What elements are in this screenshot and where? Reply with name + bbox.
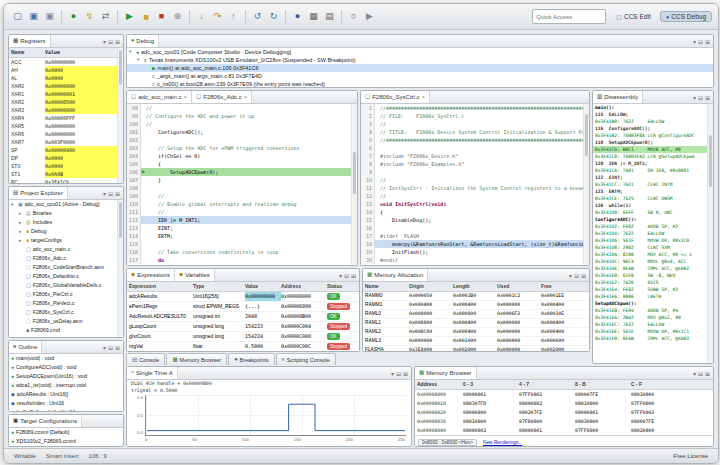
memory-row[interactable]: 0x00008020 08000800 080207FE 08000801 07…: [415, 408, 713, 417]
tab-graph[interactable]: ≈ Single Time A: [127, 367, 178, 379]
terminate-button[interactable]: ■: [154, 9, 169, 24]
view-menu-button[interactable]: ▾: [693, 38, 696, 45]
memory-section-row[interactable]: RAML0 0x008000 0x000800 0x0006F2 0x00010…: [363, 310, 589, 319]
step-return-button[interactable]: ↑: [226, 9, 241, 24]
code-line[interactable]: 115: [127, 240, 357, 248]
disassembly-line[interactable]: 116 ConfigureADC();: [593, 125, 713, 132]
register-row[interactable]: ACC 0x00000000: [9, 58, 123, 66]
tree-twisty-icon[interactable]: ▾: [129, 48, 134, 56]
register-row[interactable]: XAR6 0x00000000: [9, 130, 123, 138]
code-line[interactable]: 110 // Enable global interrupts and real…: [127, 200, 357, 208]
maximize-button[interactable]: ⊞: [705, 370, 710, 377]
code-line[interactable]: 8 #include "F2806x_Examples.h": [361, 160, 589, 168]
project-tree-item[interactable]: ▢ F2806x_Adc.c: [9, 254, 123, 263]
disassembly-line[interactable]: 0x3F41CE: 7625 CLRC DBGM: [593, 195, 713, 202]
disassembly-line[interactable]: 0x3F41C6: B0C1 MOVB ACC, #0: [593, 146, 713, 153]
disassembly-line[interactable]: 0x3F41D6: 561F MOVW DP, #0x1C0: [593, 237, 713, 244]
tree-twisty-icon[interactable]: ▾: [137, 56, 142, 64]
tab-target-configurations[interactable]: ▣ Target Configurations: [9, 415, 82, 427]
maximize-button[interactable]: ⊞: [115, 38, 120, 45]
code-line[interactable]: 12 //: [361, 192, 589, 200]
view-menu-button[interactable]: ▾: [693, 94, 696, 101]
memory-section-row[interactable]: RAML2 0x008C00 0x000400 0x000000 0x00040…: [363, 328, 589, 337]
resume-button[interactable]: ▶: [122, 9, 137, 24]
code-line[interactable]: 3 //: [361, 120, 589, 128]
rendering-tab[interactable]: 0x8000 : 0x8000 <Hex>: [418, 439, 477, 446]
disassembly-line[interactable]: 0x3F41E4: FE82 SUBB SP, #2: [593, 286, 713, 293]
debug-button[interactable]: ●: [66, 9, 81, 24]
memory-view-button[interactable]: ▤: [322, 9, 337, 24]
outline-item[interactable]: ● ConfigureADC(void) : void: [9, 363, 123, 372]
disassembly-line[interactable]: 0x3F41DE: 0FAB CMPL ACC, @XAR2: [593, 265, 713, 272]
disassembly-line[interactable]: 0x3F41D4: 7622 EALLOW: [593, 230, 713, 237]
code-line[interactable]: 107 }: [127, 176, 357, 184]
project-tree-item[interactable]: ▸ ■ Debug: [9, 227, 123, 236]
code-line[interactable]: 18 memcpy(&RamfuncsRunStart, &RamfuncsLo…: [361, 240, 589, 248]
target-config-item[interactable]: ● XDS100v2_F28069.ccxml: [9, 437, 123, 446]
new-file-button[interactable]: ▢: [10, 9, 25, 24]
project-tree-item[interactable]: ▢ F2806x_SysCtrl.c: [9, 308, 123, 317]
maximize-button[interactable]: ⊞: [581, 272, 586, 279]
code-line[interactable]: 105 {: [127, 160, 357, 168]
view-tab[interactable]: ▤ Console: [126, 353, 165, 365]
view-menu-button[interactable]: ▾: [339, 272, 342, 279]
register-row[interactable]: AL 0x0000: [9, 74, 123, 82]
project-tree-item[interactable]: ▢ adc_soc_main.c: [9, 245, 123, 254]
code-line[interactable]: 108: [127, 184, 357, 192]
tab-memory-browser[interactable]: ▦ Memory Browser: [415, 367, 477, 379]
view-menu-button[interactable]: ▾: [103, 190, 106, 197]
disassembly-line[interactable]: 0x3F41F0: 0FAB CMPL ACC, @XAR3: [593, 335, 713, 342]
registers-view-button[interactable]: ▦: [306, 9, 321, 24]
editor-tab[interactable]: ▢ F2806x_SysCtrl.c ×: [361, 91, 430, 103]
disassembly-line[interactable]: 115 EALLOW;: [593, 111, 713, 118]
scrollbar[interactable]: [117, 48, 123, 183]
memory-row[interactable]: 0x00008010 080307FD 08000802 08010800 07…: [415, 399, 713, 408]
view-tab[interactable]: ◆ Expressions: [127, 269, 175, 281]
disconnect-button[interactable]: ⊗: [170, 9, 185, 24]
tab-outline[interactable]: ≡ Outline: [9, 341, 42, 353]
code-line[interactable]: 100 //: [127, 120, 357, 128]
register-row[interactable]: DP 0x0000: [9, 154, 123, 162]
disassembly-line[interactable]: SetupADCEpwm():: [593, 300, 713, 307]
code-line[interactable]: 4 // TITLE: F2806x Device System Control…: [361, 128, 589, 136]
view-menu-button[interactable]: ▾: [103, 38, 106, 45]
outline-item[interactable]: ● SetupADCEpwm(Uint16) : void: [9, 372, 123, 381]
close-icon[interactable]: ×: [422, 94, 426, 100]
expression-row[interactable]: gLoopCount unsigned long 154223 0x0000C0…: [127, 322, 359, 332]
disassembly-line[interactable]: 0x3F41C8: 76003FA2 LCR @SetupADCEpwm: [593, 153, 713, 160]
project-tree-item[interactable]: ▸ ▥ Includes: [9, 218, 123, 227]
disassembly-line[interactable]: 123 ERTM;: [593, 188, 713, 195]
memory-section-row[interactable]: FLASHA 0x3E8000 0x002000 0x000000 0x0020…: [363, 346, 589, 351]
debug-tree-row[interactable]: ▶ main() at adc_soc_main.c:106 0x3F41C6: [127, 64, 713, 72]
connect-target-button[interactable]: ⇄: [98, 9, 113, 24]
code-line[interactable]: 109 //: [127, 192, 357, 200]
memory-section-row[interactable]: RAMM0 0x000050 0x0003B0 0x0001C2 0x0001E…: [363, 292, 589, 301]
maximize-button[interactable]: ⊞: [115, 344, 120, 351]
disassembly-line[interactable]: 120 IER |= M_INT1;: [593, 160, 713, 167]
minimize-button[interactable]: ⊟: [396, 370, 401, 377]
code-line[interactable]: 104 if(ChSel == 0): [127, 152, 357, 160]
code-line[interactable]: 106 ▶ SetupADCEpwm(0);: [127, 168, 357, 176]
editor-right-body[interactable]: 1 //####################################…: [361, 104, 589, 265]
project-tree-item[interactable]: ▾ ▣ adc_soc_cpu01 [Active - Debug]: [9, 200, 123, 209]
memory-row[interactable]: 0x00008000 08000801 07FF0802 080007FE 08…: [415, 390, 713, 399]
suspend-button[interactable]: ▮▮: [138, 9, 153, 24]
code-line[interactable]: 13 void InitSysCtrl(void): [361, 200, 589, 208]
outline-item[interactable]: ● adca1_isr(void) : interrupt void: [9, 381, 123, 390]
code-line[interactable]: 5 //####################################…: [361, 136, 589, 144]
disassembly-body[interactable]: main(): 115 EALLOW; 0x3F41B0: 7622 EALLO…: [593, 104, 713, 363]
view-menu-button[interactable]: ▾: [103, 344, 106, 351]
refresh-button[interactable]: ↻: [266, 9, 281, 24]
disassembly-line[interactable]: 126 while(1): [593, 202, 713, 209]
project-tree-item[interactable]: ▢ F2806x_PieVect.c: [9, 299, 123, 308]
editor-left-body[interactable]: 98 // 99 // Configure the ADC and power …: [127, 104, 357, 265]
save-all-button[interactable]: ▣: [42, 9, 57, 24]
code-line[interactable]: 16: [361, 224, 589, 232]
register-row[interactable]: ST1 0x0A0B: [9, 170, 123, 178]
disassembly-line[interactable]: 0x3F41B0: 7622 EALLOW: [593, 118, 713, 125]
expression-row[interactable]: AdcResult.ADCRESULT0 unsigned int 2048 0…: [127, 312, 359, 322]
search-button[interactable]: ○: [346, 9, 361, 24]
register-row[interactable]: XAR0 0x00000000: [9, 82, 123, 90]
external-tools-button[interactable]: ▶: [362, 9, 377, 24]
waveform-svg[interactable]: [145, 395, 406, 436]
